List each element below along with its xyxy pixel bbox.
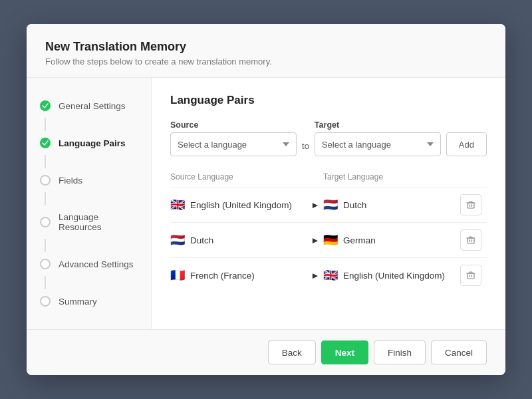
trash-icon bbox=[466, 235, 475, 245]
target-lang-cell: 🇩🇪 German bbox=[323, 223, 460, 258]
language-pair-selectors: Source Select a language to Target Selec… bbox=[170, 120, 487, 156]
sidebar: General Settings Language Pairs Fields bbox=[27, 78, 152, 329]
connector-2 bbox=[45, 155, 46, 168]
step-indicator-1 bbox=[40, 100, 51, 111]
modal-subtitle: Follow the steps below to create a new t… bbox=[45, 57, 487, 66]
target-lang-cell: 🇬🇧 English (United Kingdom) bbox=[323, 258, 460, 293]
target-lang-name: German bbox=[343, 235, 376, 245]
step-indicator-4 bbox=[40, 217, 51, 227]
modal: New Translation Memory Follow the steps … bbox=[27, 24, 505, 375]
arrow-cell: ► bbox=[307, 223, 323, 258]
step-indicator-2 bbox=[40, 138, 51, 148]
connector-5 bbox=[45, 276, 46, 289]
next-button[interactable]: Next bbox=[321, 340, 368, 364]
col-action-header bbox=[460, 172, 487, 188]
main-content: Language Pairs Source Select a language … bbox=[152, 78, 505, 329]
col-source-header: Source Language bbox=[170, 172, 307, 188]
svg-rect-0 bbox=[467, 203, 474, 208]
language-pairs-table: Source Language Target Language 🇬🇧 Engli… bbox=[170, 172, 487, 293]
cancel-button[interactable]: Cancel bbox=[431, 340, 487, 364]
connector-4 bbox=[45, 239, 46, 252]
source-lang-cell: 🇬🇧 English (United Kingdom) bbox=[170, 188, 307, 223]
sidebar-label-language-resources: Language Resources bbox=[59, 212, 138, 232]
target-flag: 🇳🇱 bbox=[323, 199, 338, 211]
delete-pair-button[interactable] bbox=[460, 265, 481, 286]
source-selector-group: Source Select a language bbox=[170, 120, 297, 156]
target-flag: 🇩🇪 bbox=[323, 234, 338, 246]
source-lang-cell: 🇫🇷 French (France) bbox=[170, 258, 307, 293]
sidebar-item-summary[interactable]: Summary bbox=[27, 289, 151, 313]
svg-rect-1 bbox=[467, 238, 474, 243]
source-lang-name: Dutch bbox=[190, 235, 213, 245]
source-lang-name: English (United Kingdom) bbox=[190, 200, 292, 210]
check-icon bbox=[42, 102, 49, 109]
modal-title: New Translation Memory bbox=[45, 40, 487, 54]
delete-pair-button[interactable] bbox=[460, 229, 481, 251]
target-lang-name: English (United Kingdom) bbox=[343, 271, 445, 281]
svg-rect-2 bbox=[467, 273, 474, 279]
trash-icon bbox=[466, 271, 475, 280]
sidebar-label-fields: Fields bbox=[59, 176, 82, 186]
connector-3 bbox=[45, 192, 46, 205]
target-label: Target bbox=[315, 120, 441, 130]
step-indicator-5 bbox=[40, 259, 51, 269]
source-lang-name: French (France) bbox=[190, 271, 255, 281]
back-button[interactable]: Back bbox=[268, 340, 316, 364]
target-language-select[interactable]: Select a language bbox=[315, 132, 441, 156]
check-icon-2 bbox=[42, 140, 49, 146]
sidebar-label-advanced: Advanced Settings bbox=[59, 259, 134, 269]
target-selector-group: Target Select a language bbox=[315, 120, 441, 156]
source-language-select[interactable]: Select a language bbox=[170, 132, 297, 156]
sidebar-item-advanced-settings[interactable]: Advanced Settings bbox=[27, 252, 151, 276]
source-flag: 🇬🇧 bbox=[170, 199, 185, 211]
source-flag: 🇫🇷 bbox=[170, 269, 185, 281]
sidebar-item-general-settings[interactable]: General Settings bbox=[27, 94, 151, 118]
connector-1 bbox=[45, 118, 46, 131]
sidebar-item-fields[interactable]: Fields bbox=[27, 168, 151, 192]
trash-icon bbox=[466, 200, 475, 209]
sidebar-label-summary: Summary bbox=[59, 297, 97, 307]
col-target-header: Target Language bbox=[323, 172, 460, 188]
source-flag: 🇳🇱 bbox=[170, 234, 185, 246]
modal-header: New Translation Memory Follow the steps … bbox=[27, 24, 505, 78]
source-lang-cell: 🇳🇱 Dutch bbox=[170, 223, 307, 258]
step-indicator-3 bbox=[40, 175, 51, 186]
finish-button[interactable]: Finish bbox=[374, 340, 426, 364]
target-flag: 🇬🇧 bbox=[323, 269, 338, 281]
to-label: to bbox=[302, 141, 309, 156]
source-label: Source bbox=[170, 120, 297, 130]
col-arrow-header bbox=[307, 172, 323, 188]
add-language-pair-button[interactable]: Add bbox=[446, 132, 487, 156]
modal-body: General Settings Language Pairs Fields bbox=[27, 78, 505, 329]
target-lang-cell: 🇳🇱 Dutch bbox=[323, 188, 460, 223]
arrow-cell: ► bbox=[307, 188, 323, 223]
sidebar-label-general: General Settings bbox=[59, 101, 126, 111]
step-indicator-6 bbox=[40, 296, 51, 307]
table-row: 🇫🇷 French (France) ► 🇬🇧 English (United … bbox=[170, 258, 487, 293]
sidebar-item-language-resources[interactable]: Language Resources bbox=[27, 205, 151, 239]
sidebar-label-language-pairs: Language Pairs bbox=[59, 138, 126, 148]
sidebar-item-language-pairs[interactable]: Language Pairs bbox=[27, 131, 151, 155]
arrow-cell: ► bbox=[307, 258, 323, 293]
section-title: Language Pairs bbox=[170, 94, 487, 107]
target-lang-name: Dutch bbox=[343, 200, 366, 210]
delete-pair-button[interactable] bbox=[460, 194, 481, 215]
table-row: 🇬🇧 English (United Kingdom) ► 🇳🇱 Dutch bbox=[170, 188, 487, 223]
modal-footer: Back Next Finish Cancel bbox=[27, 329, 505, 375]
table-row: 🇳🇱 Dutch ► 🇩🇪 German bbox=[170, 223, 487, 258]
